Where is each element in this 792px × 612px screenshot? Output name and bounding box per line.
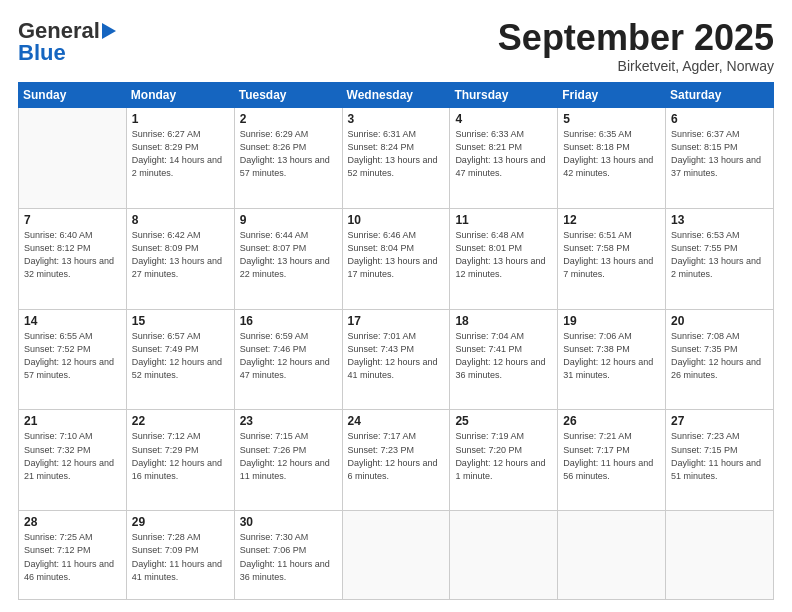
day-info: Sunrise: 7:17 AM Sunset: 7:23 PM Dayligh… <box>348 430 445 482</box>
day-info: Sunrise: 6:46 AM Sunset: 8:04 PM Dayligh… <box>348 229 445 281</box>
day-info: Sunrise: 6:51 AM Sunset: 7:58 PM Dayligh… <box>563 229 660 281</box>
calendar-cell: 27Sunrise: 7:23 AM Sunset: 7:15 PM Dayli… <box>666 410 774 511</box>
day-number: 7 <box>24 213 121 227</box>
day-info: Sunrise: 6:31 AM Sunset: 8:24 PM Dayligh… <box>348 128 445 180</box>
day-number: 15 <box>132 314 229 328</box>
day-number: 5 <box>563 112 660 126</box>
calendar-cell: 14Sunrise: 6:55 AM Sunset: 7:52 PM Dayli… <box>19 309 127 410</box>
day-number: 28 <box>24 515 121 529</box>
calendar-cell: 28Sunrise: 7:25 AM Sunset: 7:12 PM Dayli… <box>19 511 127 600</box>
day-number: 26 <box>563 414 660 428</box>
calendar-cell: 12Sunrise: 6:51 AM Sunset: 7:58 PM Dayli… <box>558 208 666 309</box>
day-info: Sunrise: 7:25 AM Sunset: 7:12 PM Dayligh… <box>24 531 121 583</box>
calendar-cell <box>558 511 666 600</box>
day-number: 13 <box>671 213 768 227</box>
day-number: 10 <box>348 213 445 227</box>
calendar-cell: 21Sunrise: 7:10 AM Sunset: 7:32 PM Dayli… <box>19 410 127 511</box>
calendar-cell: 6Sunrise: 6:37 AM Sunset: 8:15 PM Daylig… <box>666 107 774 208</box>
calendar-cell: 5Sunrise: 6:35 AM Sunset: 8:18 PM Daylig… <box>558 107 666 208</box>
header-monday: Monday <box>126 82 234 107</box>
day-number: 18 <box>455 314 552 328</box>
calendar-cell: 11Sunrise: 6:48 AM Sunset: 8:01 PM Dayli… <box>450 208 558 309</box>
calendar-cell <box>19 107 127 208</box>
day-info: Sunrise: 7:08 AM Sunset: 7:35 PM Dayligh… <box>671 330 768 382</box>
day-info: Sunrise: 6:27 AM Sunset: 8:29 PM Dayligh… <box>132 128 229 180</box>
day-info: Sunrise: 7:10 AM Sunset: 7:32 PM Dayligh… <box>24 430 121 482</box>
day-number: 2 <box>240 112 337 126</box>
calendar-cell: 18Sunrise: 7:04 AM Sunset: 7:41 PM Dayli… <box>450 309 558 410</box>
day-info: Sunrise: 6:29 AM Sunset: 8:26 PM Dayligh… <box>240 128 337 180</box>
day-number: 24 <box>348 414 445 428</box>
day-info: Sunrise: 7:06 AM Sunset: 7:38 PM Dayligh… <box>563 330 660 382</box>
calendar-cell: 10Sunrise: 6:46 AM Sunset: 8:04 PM Dayli… <box>342 208 450 309</box>
day-number: 3 <box>348 112 445 126</box>
day-info: Sunrise: 6:57 AM Sunset: 7:49 PM Dayligh… <box>132 330 229 382</box>
calendar-cell: 9Sunrise: 6:44 AM Sunset: 8:07 PM Daylig… <box>234 208 342 309</box>
header-thursday: Thursday <box>450 82 558 107</box>
day-info: Sunrise: 6:44 AM Sunset: 8:07 PM Dayligh… <box>240 229 337 281</box>
calendar-cell: 4Sunrise: 6:33 AM Sunset: 8:21 PM Daylig… <box>450 107 558 208</box>
location: Birketveit, Agder, Norway <box>498 58 774 74</box>
month-title: September 2025 <box>498 18 774 58</box>
calendar-cell: 26Sunrise: 7:21 AM Sunset: 7:17 PM Dayli… <box>558 410 666 511</box>
logo-blue: Blue <box>18 40 66 66</box>
day-info: Sunrise: 7:30 AM Sunset: 7:06 PM Dayligh… <box>240 531 337 583</box>
day-info: Sunrise: 6:33 AM Sunset: 8:21 PM Dayligh… <box>455 128 552 180</box>
day-number: 27 <box>671 414 768 428</box>
day-number: 12 <box>563 213 660 227</box>
day-number: 20 <box>671 314 768 328</box>
calendar-cell: 30Sunrise: 7:30 AM Sunset: 7:06 PM Dayli… <box>234 511 342 600</box>
day-number: 21 <box>24 414 121 428</box>
calendar-cell: 23Sunrise: 7:15 AM Sunset: 7:26 PM Dayli… <box>234 410 342 511</box>
calendar-cell: 3Sunrise: 6:31 AM Sunset: 8:24 PM Daylig… <box>342 107 450 208</box>
calendar-header-row: Sunday Monday Tuesday Wednesday Thursday… <box>19 82 774 107</box>
day-info: Sunrise: 6:53 AM Sunset: 7:55 PM Dayligh… <box>671 229 768 281</box>
calendar-cell: 1Sunrise: 6:27 AM Sunset: 8:29 PM Daylig… <box>126 107 234 208</box>
calendar-cell: 7Sunrise: 6:40 AM Sunset: 8:12 PM Daylig… <box>19 208 127 309</box>
day-number: 16 <box>240 314 337 328</box>
day-number: 14 <box>24 314 121 328</box>
day-info: Sunrise: 7:15 AM Sunset: 7:26 PM Dayligh… <box>240 430 337 482</box>
title-block: September 2025 Birketveit, Agder, Norway <box>498 18 774 74</box>
day-number: 30 <box>240 515 337 529</box>
day-info: Sunrise: 7:21 AM Sunset: 7:17 PM Dayligh… <box>563 430 660 482</box>
calendar-cell: 22Sunrise: 7:12 AM Sunset: 7:29 PM Dayli… <box>126 410 234 511</box>
logo-arrow-icon <box>102 23 116 39</box>
day-info: Sunrise: 6:40 AM Sunset: 8:12 PM Dayligh… <box>24 229 121 281</box>
header-saturday: Saturday <box>666 82 774 107</box>
day-info: Sunrise: 6:35 AM Sunset: 8:18 PM Dayligh… <box>563 128 660 180</box>
day-info: Sunrise: 7:04 AM Sunset: 7:41 PM Dayligh… <box>455 330 552 382</box>
day-info: Sunrise: 7:28 AM Sunset: 7:09 PM Dayligh… <box>132 531 229 583</box>
day-number: 29 <box>132 515 229 529</box>
header-friday: Friday <box>558 82 666 107</box>
day-number: 17 <box>348 314 445 328</box>
day-number: 8 <box>132 213 229 227</box>
day-number: 19 <box>563 314 660 328</box>
day-number: 25 <box>455 414 552 428</box>
day-number: 4 <box>455 112 552 126</box>
day-info: Sunrise: 6:55 AM Sunset: 7:52 PM Dayligh… <box>24 330 121 382</box>
calendar-cell: 20Sunrise: 7:08 AM Sunset: 7:35 PM Dayli… <box>666 309 774 410</box>
calendar-cell <box>450 511 558 600</box>
day-info: Sunrise: 7:01 AM Sunset: 7:43 PM Dayligh… <box>348 330 445 382</box>
calendar-cell: 25Sunrise: 7:19 AM Sunset: 7:20 PM Dayli… <box>450 410 558 511</box>
day-number: 1 <box>132 112 229 126</box>
calendar: Sunday Monday Tuesday Wednesday Thursday… <box>18 82 774 600</box>
day-info: Sunrise: 6:59 AM Sunset: 7:46 PM Dayligh… <box>240 330 337 382</box>
day-number: 9 <box>240 213 337 227</box>
calendar-cell: 16Sunrise: 6:59 AM Sunset: 7:46 PM Dayli… <box>234 309 342 410</box>
header-sunday: Sunday <box>19 82 127 107</box>
calendar-cell: 13Sunrise: 6:53 AM Sunset: 7:55 PM Dayli… <box>666 208 774 309</box>
day-number: 11 <box>455 213 552 227</box>
header-wednesday: Wednesday <box>342 82 450 107</box>
day-info: Sunrise: 6:48 AM Sunset: 8:01 PM Dayligh… <box>455 229 552 281</box>
day-info: Sunrise: 7:19 AM Sunset: 7:20 PM Dayligh… <box>455 430 552 482</box>
calendar-cell: 29Sunrise: 7:28 AM Sunset: 7:09 PM Dayli… <box>126 511 234 600</box>
calendar-cell: 8Sunrise: 6:42 AM Sunset: 8:09 PM Daylig… <box>126 208 234 309</box>
day-info: Sunrise: 7:12 AM Sunset: 7:29 PM Dayligh… <box>132 430 229 482</box>
calendar-cell: 24Sunrise: 7:17 AM Sunset: 7:23 PM Dayli… <box>342 410 450 511</box>
day-info: Sunrise: 7:23 AM Sunset: 7:15 PM Dayligh… <box>671 430 768 482</box>
day-info: Sunrise: 6:42 AM Sunset: 8:09 PM Dayligh… <box>132 229 229 281</box>
header-tuesday: Tuesday <box>234 82 342 107</box>
calendar-cell: 2Sunrise: 6:29 AM Sunset: 8:26 PM Daylig… <box>234 107 342 208</box>
